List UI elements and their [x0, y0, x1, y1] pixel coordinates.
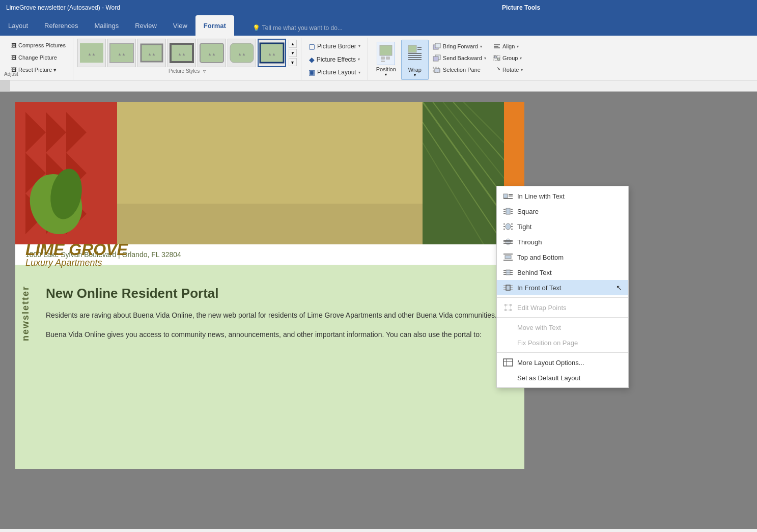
position-btn[interactable]: Position ▾ [372, 40, 400, 79]
wrap-behind-item[interactable]: Behind Text [497, 265, 628, 280]
tab-layout[interactable]: Layout [0, 15, 36, 36]
bring-forward-icon [433, 43, 441, 50]
svg-rect-17 [381, 61, 385, 62]
rotate-icon [493, 67, 500, 73]
svg-rect-36 [497, 58, 499, 60]
svg-rect-102 [503, 359, 513, 366]
wrap-inline-icon [503, 191, 513, 201]
wrap-move-with-item: Move with Text [497, 320, 628, 335]
lime-grove-logo [25, 163, 107, 240]
picture-border-icon: ▢ [309, 42, 315, 50]
logo-text-1: LIME GROVE [25, 241, 128, 258]
align-icon [493, 43, 500, 49]
group-label-styles: Picture Styles ▿ [77, 68, 297, 74]
app-title: LimeGrove newsletter (Autosaved) - Word [6, 4, 120, 11]
scroll-down-arrow[interactable]: ▼ [289, 49, 297, 57]
wrap-in-front-icon [503, 283, 513, 292]
pic-style-1[interactable]: ▲▲ [77, 39, 106, 67]
pic-style-3[interactable]: ▲▲ [137, 39, 166, 67]
picture-layout-btn[interactable]: ▣ Picture Layout ▾ [305, 67, 363, 78]
wrap-text-label: Wrap [408, 67, 422, 73]
picture-tools-label: Picture Tools [502, 4, 540, 11]
picture-border-btn[interactable]: ▢ Picture Border ▾ [305, 41, 363, 52]
svg-rect-30 [435, 69, 440, 72]
wrap-in-front-item[interactable]: In Front of Text ↖ [497, 280, 628, 295]
tab-view[interactable]: View [165, 15, 195, 36]
group-icon [493, 55, 500, 61]
article-body-1: Residents are raving about Buena Vida On… [46, 310, 504, 322]
wrap-inline-item[interactable]: In Line with Text [497, 188, 628, 204]
svg-rect-52 [117, 204, 423, 244]
wrap-behind-icon [503, 268, 513, 277]
tab-references[interactable]: References [36, 15, 86, 36]
wrap-fix-position-item: Fix Position on Page [497, 335, 628, 350]
svg-rect-16 [386, 57, 390, 60]
svg-rect-28 [433, 57, 438, 61]
scroll-up-arrow[interactable]: ▲ [289, 40, 297, 48]
wrap-text-dropdown: In Line with Text Square [496, 186, 629, 388]
svg-rect-18 [408, 45, 416, 52]
svg-rect-98 [504, 304, 507, 306]
wrap-through-icon [503, 237, 513, 246]
tab-review[interactable]: Review [127, 15, 165, 36]
svg-rect-14 [380, 45, 392, 55]
wrap-more-layout-item[interactable]: More Layout Options... [497, 355, 628, 370]
wrap-text-btn[interactable]: Wrap ▾ [401, 40, 429, 80]
search-icon: 💡 [253, 24, 260, 32]
bring-forward-btn[interactable]: Bring Forward ▾ [430, 41, 489, 52]
svg-text:▲▲: ▲▲ [148, 52, 156, 57]
wrap-set-default-item[interactable]: Set as Default Layout [497, 370, 628, 385]
logo-text-2: Luxury Apartments [25, 258, 128, 268]
pic-style-5[interactable]: ▲▲ [198, 39, 226, 67]
svg-rect-15 [381, 57, 385, 60]
picture-layout-icon: ▣ [309, 68, 315, 76]
wrap-tight-icon [503, 222, 513, 231]
ribbon-search[interactable]: Tell me what you want to do... [262, 24, 343, 32]
picture-effects-btn[interactable]: ◆ Picture Effects ▾ [306, 54, 363, 65]
svg-text:▲▲: ▲▲ [238, 52, 246, 57]
position-label: Position [376, 66, 396, 72]
wrap-top-bottom-icon [503, 253, 513, 262]
svg-rect-99 [510, 304, 512, 306]
wrap-edit-points-item: Edit Wrap Points [497, 300, 628, 315]
svg-rect-101 [510, 309, 512, 311]
group-btn[interactable]: Group ▾ [490, 52, 526, 64]
tab-mailings[interactable]: Mailings [87, 15, 127, 36]
svg-rect-35 [494, 56, 497, 58]
svg-text:▲▲: ▲▲ [268, 52, 276, 57]
svg-rect-96 [506, 285, 510, 290]
wrap-edit-points-icon [503, 303, 513, 312]
selection-pane-icon [433, 66, 441, 73]
compress-pictures-btn[interactable]: 🖼 Compress Pictures [8, 40, 69, 51]
wrap-through-item[interactable]: Through [497, 234, 628, 249]
wrap-more-layout-icon [503, 358, 513, 367]
pic-style-4[interactable]: ▲▲ [167, 39, 196, 67]
wrap-tight-item[interactable]: Tight [497, 219, 628, 234]
svg-rect-64 [503, 194, 508, 198]
send-backward-icon [433, 54, 441, 62]
article-body-2: Buena Vida Online gives you access to co… [46, 329, 504, 341]
tab-format[interactable]: Format [195, 15, 234, 36]
article-title: New Online Resident Portal [46, 286, 504, 301]
group-label-adjust: Adjust [4, 71, 18, 77]
svg-rect-92 [506, 270, 510, 275]
newsletter-vertical-label: newsletter [20, 286, 31, 341]
wrap-top-bottom-item[interactable]: Top and Bottom [497, 249, 628, 265]
svg-rect-26 [435, 43, 440, 48]
pic-style-7[interactable]: ▲▲ [258, 39, 286, 67]
wrap-square-icon [503, 207, 513, 216]
svg-rect-86 [505, 256, 511, 259]
selection-pane-btn[interactable]: Selection Pane [430, 64, 489, 75]
picture-effects-icon: ◆ [309, 55, 315, 64]
change-picture-btn[interactable]: 🖼 Change Picture [8, 52, 69, 63]
align-btn[interactable]: Align ▾ [490, 41, 526, 52]
pic-style-6[interactable]: ▲▲ [228, 39, 256, 67]
rotate-btn[interactable]: Rotate ▾ [490, 64, 526, 75]
scroll-expand-arrow[interactable]: ▾ [289, 58, 297, 66]
wrap-square-item[interactable]: Square [497, 204, 628, 219]
svg-text:▲▲: ▲▲ [88, 52, 96, 57]
svg-text:▲▲: ▲▲ [178, 52, 186, 57]
send-backward-btn[interactable]: Send Backward ▾ [430, 52, 489, 64]
svg-text:▲▲: ▲▲ [118, 52, 126, 57]
pic-style-2[interactable]: ▲▲ [107, 39, 136, 67]
